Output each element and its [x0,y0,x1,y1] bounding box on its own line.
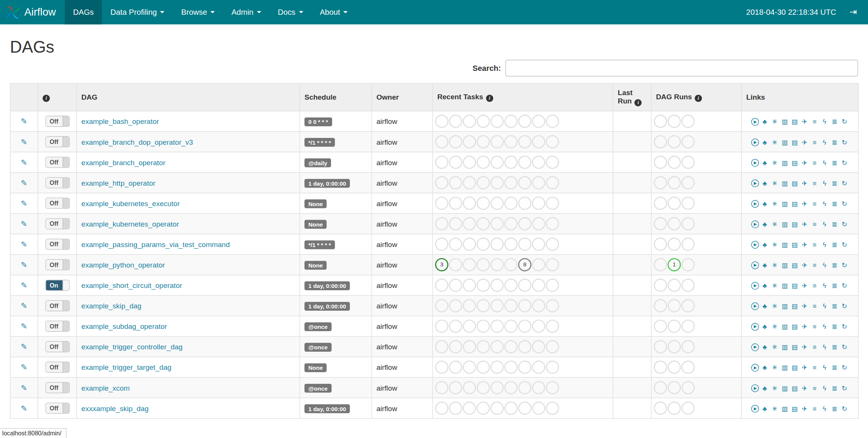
recent-task-circle[interactable] [490,278,504,292]
dag-run-circle[interactable] [681,299,695,312]
recent-task-circle[interactable] [477,176,490,189]
recent-task-circle[interactable] [532,319,545,333]
recent-task-circle[interactable] [490,381,504,394]
recent-task-circle[interactable] [532,238,545,251]
recent-task-circle[interactable] [518,319,531,333]
recent-task-circle[interactable] [463,217,476,230]
recent-task-circle[interactable] [504,381,518,394]
dag-run-circle[interactable] [668,340,681,354]
recent-task-circle[interactable] [477,340,490,354]
gantt-icon[interactable]: ≡ [810,302,819,311]
recent-task-circle[interactable] [435,299,448,312]
dag-link[interactable]: example_python_operator [81,261,165,269]
dag-run-circle[interactable] [654,115,667,128]
recent-task-circle[interactable] [477,238,490,251]
recent-task-circle[interactable] [504,402,518,415]
gantt-icon[interactable]: ≡ [810,364,819,372]
dag-run-circle[interactable] [668,299,681,312]
dag-run-circle[interactable] [654,176,667,189]
recent-task-circle[interactable] [504,319,518,333]
tree-view-icon[interactable]: ♣ [760,261,769,269]
recent-task-circle[interactable] [449,319,462,333]
recent-task-circle[interactable] [449,156,462,169]
trigger-dag-icon[interactable]: ▶ [751,323,759,330]
col-header-links[interactable]: Links [742,83,858,111]
task-duration-icon[interactable]: ▥ [781,343,789,352]
dag-run-circle[interactable] [668,238,681,251]
task-duration-icon[interactable]: ▥ [781,323,789,331]
recent-task-circle[interactable] [435,156,448,169]
dag-run-circle[interactable]: 1 [668,258,681,271]
tree-view-icon[interactable]: ♣ [760,118,769,126]
dag-run-circle[interactable] [681,197,695,210]
nav-item-data-profiling[interactable]: Data Profiling [102,0,173,24]
recent-task-circle[interactable] [518,340,531,354]
trigger-dag-icon[interactable]: ▶ [751,241,759,249]
recent-task-circle[interactable] [490,361,504,374]
dag-run-circle[interactable] [681,258,695,271]
gantt-icon[interactable]: ≡ [810,220,819,228]
graph-view-icon[interactable]: ✳ [771,384,779,393]
graph-view-icon[interactable]: ✳ [771,200,779,208]
tree-view-icon[interactable]: ♣ [760,343,769,352]
recent-task-circle[interactable] [435,361,448,374]
recent-task-circle[interactable] [518,361,531,374]
graph-view-icon[interactable]: ✳ [771,282,779,290]
dag-pause-toggle[interactable]: Off [45,116,69,127]
refresh-icon[interactable]: ↻ [840,138,849,147]
recent-task-circle[interactable] [518,115,531,128]
refresh-icon[interactable]: ↻ [840,323,849,331]
recent-task-circle[interactable] [490,299,504,312]
gantt-icon[interactable]: ≡ [810,343,819,352]
landing-times-icon[interactable]: ✈ [801,343,809,352]
task-tries-icon[interactable]: ▤ [790,159,799,167]
recent-task-circle[interactable] [546,176,559,189]
recent-task-circle[interactable] [504,135,518,149]
log-icon[interactable]: ≣ [831,323,839,331]
recent-task-circle[interactable] [518,176,531,189]
recent-task-circle[interactable] [490,135,504,149]
landing-times-icon[interactable]: ✈ [801,241,809,249]
code-view-icon[interactable]: ϟ [820,241,829,249]
tree-view-icon[interactable]: ♣ [760,179,769,188]
recent-task-circle[interactable] [477,278,490,292]
code-view-icon[interactable]: ϟ [820,364,829,372]
dag-run-circle[interactable] [654,381,667,394]
dag-link[interactable]: example_branch_dop_operator_v3 [81,138,193,146]
recent-task-circle[interactable] [546,319,559,333]
trigger-dag-icon[interactable]: ▶ [751,200,759,208]
dag-run-circle[interactable] [681,156,695,169]
schedule-badge[interactable]: */1 * * * * [304,240,335,249]
landing-times-icon[interactable]: ✈ [801,364,809,372]
recent-task-circle[interactable] [504,299,518,312]
recent-task-circle[interactable] [449,278,462,292]
task-duration-icon[interactable]: ▥ [781,159,789,167]
task-duration-icon[interactable]: ▥ [781,118,789,126]
recent-task-circle[interactable] [518,156,531,169]
recent-task-circle[interactable] [546,238,559,251]
dag-pause-toggle[interactable]: Off [45,157,69,168]
dag-run-circle[interactable] [681,381,695,394]
log-icon[interactable]: ≣ [831,200,839,208]
sign-out-icon[interactable]: ⇥ [849,8,857,16]
gantt-icon[interactable]: ≡ [810,405,819,413]
recent-task-circle[interactable] [490,217,504,230]
refresh-icon[interactable]: ↻ [840,302,849,311]
recent-task-circle[interactable] [477,156,490,169]
gantt-icon[interactable]: ≡ [810,200,819,208]
recent-task-circle[interactable] [504,156,518,169]
dag-run-circle[interactable] [668,381,681,394]
tree-view-icon[interactable]: ♣ [760,159,769,167]
recent-task-circle[interactable] [477,115,490,128]
dag-link[interactable]: example_bash_operator [81,117,159,125]
recent-task-circle[interactable] [463,278,476,292]
recent-task-circle[interactable] [490,176,504,189]
task-duration-icon[interactable]: ▥ [781,302,789,311]
task-tries-icon[interactable]: ▤ [790,138,799,147]
dag-link[interactable]: example_skip_dag [81,302,141,310]
edit-dag-icon[interactable]: ✎ [21,158,27,166]
dag-run-circle[interactable] [681,319,695,333]
recent-task-circle[interactable] [518,402,531,415]
recent-task-circle[interactable] [449,402,462,415]
recent-task-circle[interactable] [435,340,448,354]
